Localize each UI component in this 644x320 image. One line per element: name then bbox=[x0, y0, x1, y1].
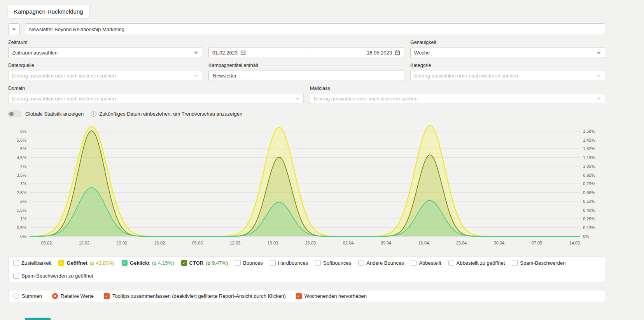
legend-item-andere-bounces[interactable]: Andere Bounces bbox=[358, 260, 404, 266]
campaign-title-input[interactable] bbox=[25, 23, 605, 35]
y-axis-left-tick: 0,5% bbox=[17, 225, 26, 230]
collapse-button[interactable] bbox=[8, 23, 20, 35]
chevron-up-icon bbox=[11, 26, 17, 32]
datenquelle-label: Datenquelle bbox=[8, 63, 202, 69]
checkbox-andere-bounces[interactable] bbox=[358, 260, 364, 266]
y-axis-right-tick: 0,26% bbox=[583, 216, 595, 221]
y-axis-right-tick: 1,58% bbox=[583, 129, 595, 134]
domain-label: Domain bbox=[8, 86, 304, 91]
genauigkeit-label: Genauigkeit bbox=[410, 40, 605, 46]
legend-item-geklickt[interactable]: ✓Geklickt(⌀ 4,15%) bbox=[122, 260, 174, 266]
checkbox-wochenenden-hervorheben[interactable]: ✓ bbox=[296, 293, 302, 299]
date-from-field[interactable]: 01.02.2023 bbox=[212, 50, 246, 56]
mailclass-select[interactable]: Eintrag auswählen oder nach weiteren suc… bbox=[310, 93, 605, 104]
legend-label: Zustellbarkeit bbox=[21, 260, 51, 266]
legend-item-softbounces[interactable]: Softbounces bbox=[315, 260, 351, 266]
y-axis-right-tick: 0,53% bbox=[583, 199, 595, 204]
y-axis-left-tick: 3% bbox=[20, 181, 26, 186]
x-axis-tick: 26.03. bbox=[305, 241, 317, 245]
checkbox-spam-beschwerden[interactable] bbox=[512, 260, 518, 266]
legend-item-abbestellt-zu-geoeffnet[interactable]: Abbestellt zu geöffnet bbox=[448, 260, 505, 266]
calendar-icon bbox=[240, 50, 246, 55]
checkbox-bounces[interactable] bbox=[235, 260, 241, 266]
legend-label: Spam-Beschwerden bbox=[520, 260, 565, 266]
checkbox-abbestellt-zu-geoeffnet[interactable] bbox=[448, 260, 454, 266]
page-title: Kampagnen-Rückmeldung bbox=[8, 5, 89, 18]
x-axis-tick: 19.02. bbox=[117, 241, 129, 245]
date-range-separator: — bbox=[304, 50, 309, 56]
checkbox-zustellbarkeit[interactable] bbox=[13, 260, 19, 266]
y-axis-right-tick: 0,79% bbox=[583, 181, 595, 186]
chevron-down-icon bbox=[194, 73, 198, 78]
checkbox-label: Wochenenden hervorheben bbox=[304, 293, 367, 299]
checkbox-geoeffnet[interactable]: ✓ bbox=[58, 260, 64, 266]
x-axis-tick: 19.03. bbox=[268, 241, 280, 245]
genauigkeit-select[interactable]: Woche bbox=[410, 47, 605, 58]
legend-item-abbestellt[interactable]: Abbestellt bbox=[411, 260, 441, 266]
legend-label: Spam-Beschwerden zu geöffnet bbox=[21, 273, 93, 279]
checkbox-ctor[interactable]: ✓ bbox=[181, 260, 187, 266]
radio-dot bbox=[54, 295, 56, 297]
mailclass-label: Mailclass bbox=[310, 86, 605, 91]
chevron-down-icon bbox=[597, 50, 601, 55]
calendar-icon bbox=[395, 50, 400, 55]
legend-label: Hardbounces bbox=[278, 260, 308, 266]
checkbox-option-tooltips-zusammenfassen-deaktiviert-gefi[interactable]: ✓Tooltips zusammenfassen (deaktiviert ge… bbox=[104, 293, 286, 299]
trend-preview-hint: Zukünftiges Datum einbeziehen, um Trendv… bbox=[99, 111, 242, 117]
checkbox-hardbounces[interactable] bbox=[270, 260, 276, 266]
global-statistics-toggle[interactable] bbox=[8, 111, 21, 117]
y-axis-right-tick: 1,05% bbox=[583, 164, 595, 169]
domain-placeholder: Eintrag auswählen oder nach weiteren suc… bbox=[12, 96, 116, 102]
y-axis-left-tick: 5,5% bbox=[17, 138, 26, 142]
radio-option-summen[interactable]: Summen bbox=[13, 293, 42, 299]
y-axis-left-tick: 6% bbox=[20, 129, 26, 134]
legend-label: Andere Bounces bbox=[366, 260, 404, 266]
x-axis-tick: 23.04. bbox=[456, 241, 468, 245]
series-legend: Zustellbarkeit✓Geöffnet(⌀ 43,80%)✓Geklic… bbox=[8, 257, 605, 282]
radio-option-relative-werte[interactable]: Relative Werte bbox=[52, 293, 94, 299]
date-to-field[interactable]: 16.05.2023 bbox=[367, 50, 400, 56]
radio-label: Relative Werte bbox=[61, 293, 94, 299]
info-icon: i bbox=[91, 111, 96, 117]
legend-item-bounces[interactable]: Bounces bbox=[235, 260, 263, 266]
y-axis-right-tick: 0,92% bbox=[583, 173, 595, 178]
legend-item-zustellbarkeit[interactable]: Zustellbarkeit bbox=[13, 260, 51, 266]
datenquelle-placeholder: Eintrag auswählen oder nach weiteren suc… bbox=[12, 73, 116, 79]
zeitraum-select[interactable]: Zeitraum auswählen bbox=[8, 47, 202, 58]
checkbox-abbestellt[interactable] bbox=[411, 260, 416, 266]
y-axis-left-tick: 1% bbox=[20, 216, 26, 221]
chart-canvas[interactable]: 0%0%0,5%0,13%1%0,26%1,5%0,40%2%0,53%2,5%… bbox=[8, 123, 605, 248]
x-axis-tick: 07.05. bbox=[532, 241, 544, 245]
legend-item-ctor[interactable]: ✓CTOR(⌀ 9,47%) bbox=[181, 260, 228, 266]
legend-item-spam-beschwerden[interactable]: Spam-Beschwerden bbox=[512, 260, 565, 266]
date-range-picker[interactable]: 01.02.2023 — 16.05.2023 bbox=[208, 47, 404, 58]
domain-select[interactable]: Eintrag auswählen oder nach weiteren suc… bbox=[8, 93, 304, 104]
campaign-feedback-chart[interactable]: 0%0%0,5%0,13%1%0,26%1,5%0,40%2%0,53%2,5%… bbox=[8, 123, 605, 250]
legend-item-spam-beschwerden-zu-geoeffnet[interactable]: Spam-Beschwerden zu geöffnet bbox=[13, 273, 93, 279]
legend-label: Geöffnet bbox=[66, 260, 87, 266]
mailclass-placeholder: Eintrag auswählen oder nach weiteren suc… bbox=[314, 96, 418, 102]
x-axis-tick: 09.04. bbox=[381, 241, 393, 245]
y-axis-right-tick: 1,45% bbox=[583, 138, 595, 142]
kategorie-select[interactable]: Eintrag auswählen oder nach weiteren suc… bbox=[410, 70, 605, 81]
checkbox-tooltips-zusammenfassen-deaktiviert-gefi[interactable]: ✓ bbox=[104, 293, 110, 299]
legend-item-geoeffnet[interactable]: ✓Geöffnet(⌀ 43,80%) bbox=[58, 260, 115, 266]
checkbox-option-wochenenden-hervorheben[interactable]: ✓Wochenenden hervorheben bbox=[296, 293, 367, 299]
campaign-feedback-panel: Zeitraum Zeitraum auswählen 01.02.2023 bbox=[8, 23, 605, 302]
y-axis-left-tick: 3,5% bbox=[17, 173, 26, 178]
checkbox-geklickt[interactable]: ✓ bbox=[122, 260, 128, 266]
y-axis-right-tick: 1,32% bbox=[583, 146, 595, 151]
radio-relative-werte[interactable] bbox=[52, 293, 58, 299]
y-axis-right-tick: 0% bbox=[583, 234, 589, 239]
kampagnentitel-input[interactable] bbox=[208, 70, 404, 81]
y-axis-right-tick: 0,66% bbox=[583, 190, 595, 195]
x-axis-tick: 02.04. bbox=[343, 241, 355, 245]
datenquelle-select[interactable]: Eintrag auswählen oder nach weiteren suc… bbox=[8, 70, 202, 81]
x-axis-tick: 14.05. bbox=[569, 241, 581, 245]
legend-item-hardbounces[interactable]: Hardbounces bbox=[270, 260, 308, 266]
checkbox-spam-beschwerden-zu-geoeffnet[interactable] bbox=[13, 273, 19, 279]
y-axis-right-tick: 0,13% bbox=[583, 225, 595, 230]
radio-summen[interactable] bbox=[13, 293, 19, 299]
y-axis-left-tick: 2% bbox=[20, 199, 26, 204]
checkbox-softbounces[interactable] bbox=[315, 260, 321, 266]
